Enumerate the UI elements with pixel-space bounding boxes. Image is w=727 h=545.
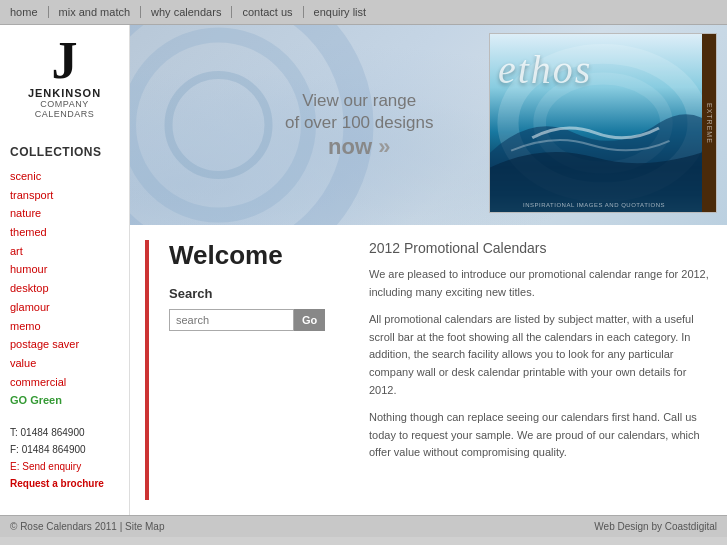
svg-point-1 — [130, 35, 309, 215]
collections-heading: COLLECTIONS — [10, 145, 119, 159]
hero-calendar-image: ethos INSPIRATIONAL IMAGES AND QUOTATION… — [489, 33, 717, 213]
sidebar-item-commercial[interactable]: commercial — [10, 373, 119, 392]
promo-para-3: Nothing though can replace seeing our ca… — [369, 409, 712, 462]
sidebar-item-art[interactable]: art — [10, 242, 119, 261]
hero-now[interactable]: now » — [285, 134, 433, 160]
calendar-spine: EXTREME — [702, 34, 716, 212]
accent-bar — [145, 240, 149, 500]
nav-mix-and-match[interactable]: mix and match — [49, 6, 142, 18]
footer-copyright-link[interactable]: © Rose Calendars 2011 | Site Map — [10, 521, 165, 532]
nav-contact-us[interactable]: contact us — [232, 6, 303, 18]
collections-list: scenic transport nature themed art humou… — [10, 167, 119, 410]
contact-info: T: 01484 864900 F: 01484 864900 E: Send … — [10, 424, 119, 492]
search-form: Go — [169, 309, 349, 331]
sidebar-item-memo[interactable]: memo — [10, 317, 119, 336]
sidebar-item-scenic[interactable]: scenic — [10, 167, 119, 186]
phone-t: T: 01484 864900 — [10, 424, 119, 441]
sidebar-item-glamour[interactable]: glamour — [10, 298, 119, 317]
nav-home[interactable]: home — [10, 6, 49, 18]
sidebar-item-go-green[interactable]: GO Green — [10, 391, 119, 410]
sidebar-item-humour[interactable]: humour — [10, 260, 119, 279]
logo-area: J JENKINSON COMPANY CALENDARS — [10, 35, 119, 129]
content-area: Welcome Search Go 2012 Promotional Calen… — [130, 225, 727, 515]
logo-name: JENKINSON — [10, 87, 119, 99]
email-link: E: Send enquiry — [10, 458, 119, 475]
calendar-subtitle: INSPIRATIONAL IMAGES AND QUOTATIONS — [490, 202, 698, 208]
request-brochure-link[interactable]: Request a brochure — [10, 478, 104, 489]
nav-why-calendars[interactable]: why calendars — [141, 6, 232, 18]
sidebar-item-postage-saver[interactable]: postage saver — [10, 335, 119, 354]
promo-para-2: All promotional calendars are listed by … — [369, 311, 712, 399]
promo-para-1: We are pleased to introduce our promotio… — [369, 266, 712, 301]
navigation-bar: home mix and match why calendars contact… — [0, 0, 727, 25]
hero-banner: View our range of over 100 designs now » — [130, 25, 727, 225]
main-wrapper: J JENKINSON COMPANY CALENDARS COLLECTION… — [0, 25, 727, 515]
logo-subtitle: COMPANY CALENDARS — [10, 99, 119, 119]
search-button[interactable]: Go — [294, 309, 325, 331]
hero-line1: View our range of over 100 designs — [285, 90, 433, 134]
sidebar-item-themed[interactable]: themed — [10, 223, 119, 242]
phone-f: F: 01484 864900 — [10, 441, 119, 458]
calendar-cover: ethos INSPIRATIONAL IMAGES AND QUOTATION… — [490, 34, 716, 212]
svg-point-2 — [169, 75, 269, 175]
right-content: 2012 Promotional Calendars We are please… — [369, 240, 712, 500]
spine-label: EXTREME — [706, 103, 713, 144]
main-content: View our range of over 100 designs now » — [130, 25, 727, 515]
sidebar-item-nature[interactable]: nature — [10, 204, 119, 223]
search-label: Search — [169, 286, 349, 301]
hero-text: View our range of over 100 designs now » — [285, 90, 433, 160]
footer-designer-link[interactable]: Web Design by Coastdigital — [594, 521, 717, 532]
sidebar-item-transport[interactable]: transport — [10, 186, 119, 205]
send-enquiry-link[interactable]: E: Send enquiry — [10, 461, 81, 472]
welcome-heading: Welcome — [169, 240, 349, 271]
sidebar-item-value[interactable]: value — [10, 354, 119, 373]
footer-credits: Web Design by Coastdigital — [594, 521, 717, 532]
sidebar: J JENKINSON COMPANY CALENDARS COLLECTION… — [0, 25, 130, 515]
nav-enquiry-list[interactable]: enquiry list — [304, 6, 377, 18]
promo-title: 2012 Promotional Calendars — [369, 240, 712, 256]
ethos-title: ethos — [498, 46, 698, 93]
left-content: Welcome Search Go — [169, 240, 349, 500]
footer: © Rose Calendars 2011 | Site Map Web Des… — [0, 515, 727, 537]
promo-text: We are pleased to introduce our promotio… — [369, 266, 712, 462]
footer-copyright: © Rose Calendars 2011 | Site Map — [10, 521, 165, 532]
search-input[interactable] — [169, 309, 294, 331]
search-section: Search Go — [169, 286, 349, 331]
sidebar-item-desktop[interactable]: desktop — [10, 279, 119, 298]
logo-letter: J — [10, 35, 119, 87]
